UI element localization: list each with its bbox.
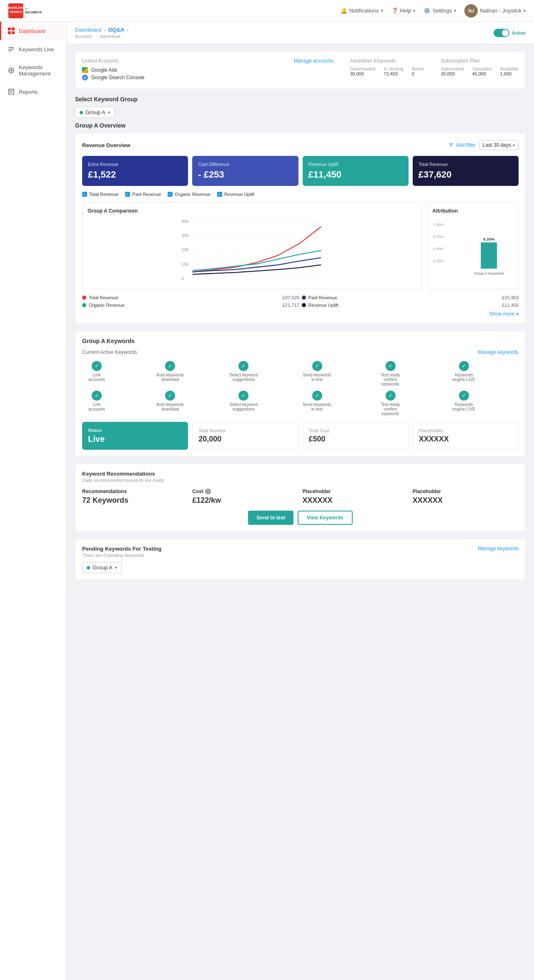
sidebar-label-keywords-management: Keywords Management	[19, 64, 60, 77]
sidebar-item-keywords-management[interactable]: Keywords Management	[0, 58, 66, 83]
revenue-title: Revenue Overview	[82, 142, 130, 148]
step-label-auto-download-1: Auto keywords download	[156, 373, 184, 382]
checkbox-organic-revenue[interactable]: Organic Revenue	[168, 192, 211, 197]
cost-info-icon[interactable]: i	[205, 489, 211, 494]
show-more-label: Show more	[489, 311, 514, 317]
svg-rect-8	[12, 31, 15, 34]
user-menu[interactable]: NJ Nathan - Joystick ▾	[464, 4, 526, 18]
linked-accounts-title: Linked Accounts	[82, 58, 294, 64]
group-select-dropdown[interactable]: Group A ▾	[75, 107, 115, 118]
downloaded-label: Downloaded	[350, 66, 375, 71]
help-button[interactable]: ❓ Help ▾	[391, 8, 416, 14]
extra-revenue-label: Extra Revenue	[88, 162, 182, 167]
available-label: Available	[500, 66, 519, 71]
total-number-value: 20,000	[198, 435, 292, 444]
advertiser-keywords-title: Advertiser Keywords	[350, 58, 424, 64]
rec-col-label-0: Recommendations	[82, 489, 188, 494]
cb-paid-revenue	[125, 192, 130, 197]
settings-button[interactable]: ⚙️ Settings ▾	[424, 8, 456, 14]
attribution-chart-card: Attribution 1.00% 0.75% 0.50% 0.25%	[427, 203, 519, 289]
breadcrumb-dashboard[interactable]: Dashboard	[75, 27, 102, 33]
legend-item-organic-revenue: Organic Revenue £21,717	[82, 303, 299, 308]
legend-left-uplift: Revenue Uplift	[302, 303, 338, 308]
group-keywords-title: Group A Keywords	[82, 338, 519, 344]
svg-text:by: by	[25, 7, 28, 10]
send-to-test-button[interactable]: Send to test	[248, 511, 293, 525]
date-range-select[interactable]: Last 30 days ▾	[479, 140, 519, 150]
checkbox-paid-revenue[interactable]: Paid Revenue	[125, 192, 161, 197]
available-value: 1,000	[500, 71, 519, 76]
placeholder-label-1: Placeholder	[419, 428, 512, 433]
show-more-chevron: ▾	[516, 311, 519, 317]
linked-accounts-card: Linked Accounts Google Ads G Google Sear…	[75, 51, 526, 89]
step-auto-download-2: ✓ Auto keywords download	[155, 391, 185, 416]
toggle-knob	[502, 30, 509, 36]
rec-buttons: Send to test View Keywords	[82, 511, 519, 525]
current-active-label: Current Active Keywords	[82, 349, 137, 355]
show-more-button[interactable]: Show more ▾	[489, 311, 519, 317]
settings-label: Settings	[432, 8, 452, 14]
manage-accounts-link[interactable]: Manage accounts	[294, 58, 333, 64]
avatar-initials: NJ	[468, 8, 474, 13]
revenue-header: Revenue Overview Add filter Last 30 days…	[82, 140, 519, 150]
pending-manage-link[interactable]: Manage keywords	[478, 546, 519, 551]
notifications-button[interactable]: 🔔 Notifications ▾	[341, 8, 383, 14]
add-filter-button[interactable]: Add filter	[448, 142, 476, 148]
sidebar-label-keywords-live: Keywords Live	[19, 46, 54, 53]
manage-keywords-link[interactable]: Manage keywords	[478, 349, 519, 355]
rec-col-value-2: XXXXXX	[303, 496, 409, 505]
sidebar-label-dashboard: Dashboard	[19, 28, 45, 34]
svg-text:0.25%: 0.25%	[433, 259, 444, 263]
view-keywords-button[interactable]: View Keywords	[298, 511, 353, 525]
active-toggle[interactable]	[494, 29, 509, 37]
legend-label-revenue-uplift: Revenue Uplift	[308, 303, 338, 308]
step-label-link-accounts-2: Link accounts	[88, 402, 105, 411]
sidebar-item-dashboard[interactable]: Dashboard	[0, 22, 66, 40]
pending-title-area: Pending Keywords For Testing There are 0…	[82, 546, 161, 558]
user-chevron: ▾	[524, 8, 526, 13]
chart-title: Group A Comparison	[88, 208, 416, 214]
placeholder-value-1: XXXXXX	[419, 435, 512, 444]
pending-keywords-section: Pending Keywords For Testing There are 0…	[75, 539, 526, 580]
step-engine-live-2: ✓ Keywords engine LIVE	[449, 391, 479, 416]
svg-text:SEAMLESS: SEAMLESS	[8, 6, 24, 9]
sidebar-item-reports[interactable]: Reports	[0, 83, 66, 101]
checkbox-revenue-uplift[interactable]: Revenue Uplift	[217, 192, 254, 197]
status-value: Live	[88, 434, 182, 444]
step-label-send-to-test-2: Send keywords to test	[303, 402, 331, 411]
legend-dot-organic-revenue	[82, 303, 86, 307]
bottom-group-select[interactable]: Group A ▾	[82, 562, 122, 573]
legend-label-organic-revenue: Organic Revenue	[89, 303, 125, 308]
in-testing-value: 72,403	[384, 71, 404, 76]
legend-item-revenue-uplift: Revenue Uplift £11,450	[302, 303, 519, 308]
checkbox-total-revenue[interactable]: Total Revenue	[82, 192, 118, 197]
step-label-test-confirm-2: Test ready confirm keywords	[376, 402, 405, 416]
attribution-title: Attribution	[432, 208, 513, 214]
breadcrumb-current[interactable]: DQ&A	[108, 27, 124, 33]
svg-text:0.75%: 0.75%	[433, 235, 444, 239]
subscribed-label: Subscribed	[441, 66, 464, 71]
advertiser-keywords-col: Advertiser Keywords Downloaded 30,000 In…	[350, 58, 424, 76]
cb-total-revenue-label: Total Revenue	[89, 192, 118, 197]
dashboard-icon	[8, 28, 15, 34]
gsc-label: Google Search Console	[91, 75, 144, 80]
charts-row: Group A Comparison 40K 30K 20K 10K 0	[82, 203, 519, 289]
svg-rect-5	[8, 28, 11, 30]
avatar: NJ	[464, 4, 478, 18]
steps-row-1: ✓ Link accounts ✓ Auto keywords download…	[82, 361, 519, 386]
step-auto-download-1: ✓ Auto keywords download	[155, 361, 185, 386]
rec-col-2: Placeholder XXXXXX	[303, 489, 409, 505]
sidebar-item-keywords-live[interactable]: Keywords Live	[0, 40, 66, 58]
help-label: Help	[400, 8, 411, 14]
step-label-select-suggestions-2: Select keyword suggestions	[229, 402, 258, 411]
rec-col-0: Recommendations 72 Keywords	[82, 489, 188, 505]
breadcrumb-sub: Account Advertiser	[75, 34, 129, 39]
cb-revenue-uplift-label: Revenue Uplift	[224, 192, 254, 197]
current-active-header: Current Active Keywords Manage keywords	[82, 349, 519, 355]
active-value-kw: 0	[411, 71, 424, 76]
status-grid: Status Live Total Number 20,000 Total Co…	[82, 422, 519, 450]
svg-text:30K: 30K	[181, 233, 189, 238]
step-select-suggestions-2: ✓ Select keyword suggestions	[229, 391, 258, 416]
help-icon: ❓	[391, 8, 398, 14]
extra-revenue-value: £1,522	[88, 169, 182, 180]
